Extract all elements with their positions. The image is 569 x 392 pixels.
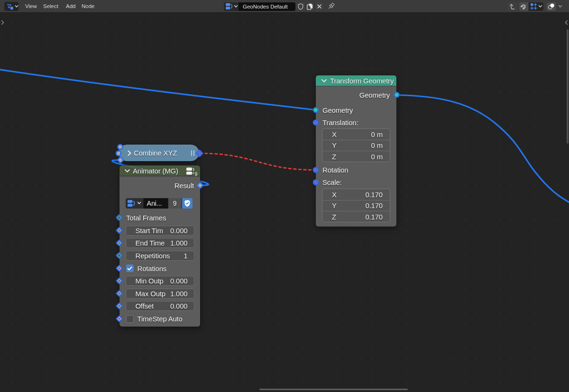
node-title: Transform Geometry — [330, 77, 394, 85]
input-row-rotation: Rotation — [322, 166, 348, 174]
horizontal-scrollbar[interactable] — [259, 389, 408, 391]
menu-add[interactable]: Add — [66, 0, 75, 13]
rotations-checkbox[interactable] — [126, 264, 134, 272]
blender-node-editor: Combine XYZ Animator (MG) 9 Result — [0, 0, 569, 392]
checkbox-label: Rotations — [138, 264, 167, 273]
field-start-time[interactable]: Start Tim 0.000 — [126, 226, 194, 236]
go-to-parent-tree-button[interactable] — [508, 2, 517, 11]
node-group-users-button[interactable]: 9 — [168, 198, 182, 209]
copy-icon — [307, 3, 313, 10]
input-row-total-frames: Total Frames — [126, 213, 166, 222]
scale-y-field[interactable]: Y 0.170 — [322, 200, 390, 211]
node-transform-geometry[interactable]: Transform Geometry Geometry Geometry Tra… — [316, 75, 396, 227]
node-tree-browse-button[interactable] — [224, 2, 239, 11]
chevron-down-icon — [234, 5, 238, 8]
translation-z-field[interactable]: Z 0 m — [322, 151, 390, 162]
check-icon — [127, 266, 132, 271]
node-header[interactable]: Transform Geometry — [316, 75, 396, 87]
node-group-browse-button[interactable] — [126, 198, 143, 209]
field-max-output[interactable]: Max Outp 1.000 — [126, 289, 194, 299]
input-row-translation: Translation: — [322, 119, 358, 127]
socket-combine-in-y[interactable] — [116, 151, 121, 156]
field-min-output[interactable]: Min Outp 0.000 — [126, 276, 194, 286]
translation-vector-field[interactable]: X 0 m Y 0 m Z 0 m — [322, 128, 390, 163]
datablock-buttons — [296, 2, 323, 11]
unlink-data-button[interactable] — [314, 2, 323, 11]
shield-icon — [298, 3, 303, 10]
collapsed-sockets-grip — [191, 150, 195, 156]
pin-button[interactable] — [327, 2, 335, 10]
collapse-chevron-icon[interactable] — [124, 169, 130, 173]
snap-toggle-button[interactable] — [519, 2, 528, 11]
menu-node[interactable]: Node — [82, 0, 95, 13]
overlays-toggle-button[interactable] — [547, 2, 556, 11]
socket-out-geometry[interactable] — [395, 92, 399, 97]
close-icon — [317, 4, 322, 9]
menu-select[interactable]: Select — [43, 0, 58, 13]
menu-view[interactable]: View — [25, 0, 37, 13]
overlays-icon — [548, 3, 555, 10]
pin-icon — [327, 2, 335, 10]
toolbar-toggle-chevron[interactable] — [0, 19, 5, 26]
scale-z-field[interactable]: Z 0.170 — [322, 211, 390, 222]
editor-type-button[interactable] — [4, 2, 18, 11]
checkbox-row-rotations: Rotations — [126, 264, 167, 272]
collapse-chevron-icon[interactable] — [321, 79, 327, 83]
expand-chevron-icon[interactable] — [127, 150, 132, 156]
parent-up-arrow-icon — [509, 3, 515, 10]
socket-in-scale[interactable] — [313, 180, 318, 185]
snap-mode-dropdown[interactable] — [529, 2, 543, 11]
checkbox-row-timestep-auto: TimeStep Auto — [126, 315, 183, 323]
scale-vector-field[interactable]: X 0.170 Y 0.170 Z 0.170 — [322, 189, 390, 223]
output-label: Result — [174, 182, 194, 190]
field-offset[interactable]: Offset 0.000 — [126, 301, 194, 311]
sidebar-toggle-chevron[interactable] — [564, 19, 569, 26]
magnet-icon — [520, 3, 527, 10]
timestep-auto-checkbox[interactable] — [126, 315, 134, 323]
input-label: Total Frames — [126, 214, 166, 222]
duplicate-data-button[interactable] — [305, 2, 315, 11]
output-row-geometry: Geometry — [359, 91, 390, 99]
chevron-down-icon — [137, 201, 141, 205]
checkbox-label: TimeStep Auto — [138, 315, 183, 323]
overlays-dropdown[interactable] — [556, 2, 565, 11]
vertical-scrollbar[interactable] — [567, 29, 569, 144]
node-group-users-icon: 9 — [185, 167, 199, 176]
output-label: Geometry — [359, 91, 390, 99]
node-tree-icon — [127, 200, 137, 207]
node-tree-name-field[interactable]: GeoNodes Default — [239, 2, 295, 11]
socket-in-rotation[interactable] — [313, 168, 318, 173]
input-row-scale: Scale: — [322, 178, 342, 187]
snap-grid-icon — [530, 3, 537, 10]
node-header[interactable]: Animator (MG) 9 — [119, 165, 200, 177]
field-end-time[interactable]: End Time 1.000 — [126, 238, 194, 248]
socket-combine-in-x[interactable] — [118, 145, 123, 149]
input-row-geometry: Geometry — [322, 106, 353, 114]
scale-x-field[interactable]: X 0.170 — [322, 189, 390, 200]
fake-user-shield-button[interactable] — [296, 2, 305, 11]
node-group-selector: Ani... 9 — [126, 198, 193, 209]
socket-in-translation[interactable] — [313, 120, 318, 125]
chevron-down-icon — [558, 5, 562, 8]
geometry-node-editor-icon — [6, 2, 15, 11]
node-title: Combine XYZ — [134, 149, 177, 157]
translation-x-field[interactable]: X 0 m — [322, 129, 390, 140]
node-combine-xyz[interactable]: Combine XYZ — [119, 145, 199, 161]
node-editor-canvas[interactable] — [0, 13, 569, 392]
socket-in-geometry[interactable] — [313, 108, 318, 112]
chevron-down-icon — [15, 5, 18, 8]
output-row-result: Result — [174, 181, 194, 190]
field-repetitions[interactable]: Repetitions 1 — [126, 251, 194, 261]
svg-text:9: 9 — [195, 171, 198, 176]
node-group-name-field[interactable]: Ani... — [143, 198, 168, 209]
node-animator-mg[interactable]: Animator (MG) 9 Result — [119, 165, 200, 327]
translation-y-field[interactable]: Y 0 m — [322, 140, 390, 151]
node-tree-icon — [225, 3, 234, 10]
chevron-down-icon — [538, 5, 542, 8]
node-title: Animator (MG) — [133, 167, 178, 175]
fake-user-toggle[interactable] — [182, 198, 193, 209]
editor-header: View Select Add Node GeoNodes Default — [0, 0, 569, 13]
shield-check-icon — [184, 200, 191, 207]
